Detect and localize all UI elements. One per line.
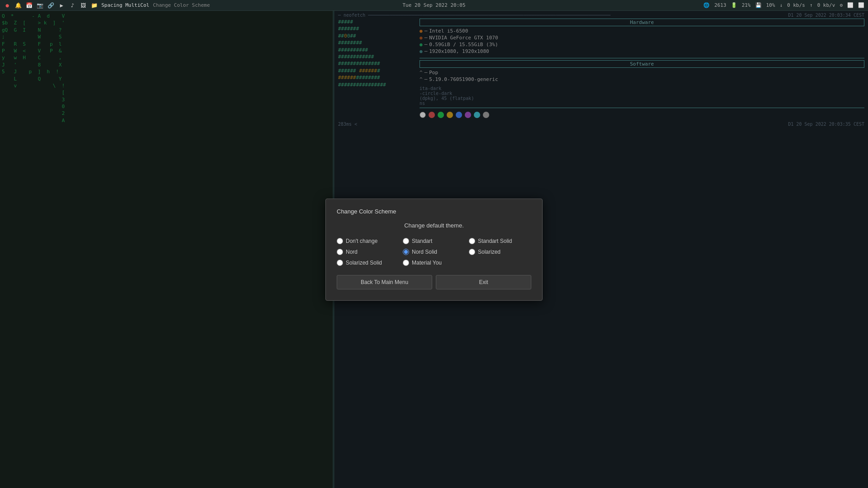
dialog-title: Change Color Scheme — [337, 208, 531, 215]
option-nord[interactable]: Nord — [337, 249, 399, 255]
radio-standart[interactable] — [403, 238, 409, 244]
stat2: 21% — [742, 2, 751, 8]
music-icon: ♪ — [69, 2, 76, 9]
radio-nord[interactable] — [337, 249, 343, 255]
back-to-main-menu-button[interactable]: Back To Main Menu — [337, 275, 432, 289]
network-up-icon: ↑ — [810, 2, 813, 8]
radio-dont-change[interactable] — [337, 238, 343, 244]
option-solarized-solid[interactable]: Solarized Solid — [337, 260, 399, 266]
radio-standart-solid[interactable] — [469, 238, 475, 244]
link-icon: 🔗 — [47, 2, 54, 9]
option-nord-label: Nord — [346, 249, 358, 255]
taskbar-left: ● 🔔 📅 📷 🔗 ▶ ♪ 🖼 📁 Spacing MultiCol Chang… — [4, 2, 210, 9]
option-standart-solid[interactable]: Standart Solid — [469, 238, 531, 244]
option-solarized-label: Solarized — [478, 249, 501, 255]
dialog-overlay: Change Color Scheme Change default theme… — [0, 11, 868, 488]
radio-material-you[interactable] — [403, 260, 409, 266]
stat5: 0 kb/v — [817, 2, 835, 8]
folder-icon: 📁 — [91, 2, 98, 9]
option-standart-label: Standart — [412, 238, 432, 244]
option-solarized[interactable]: Solarized — [469, 249, 531, 255]
app-icon: ● — [4, 2, 11, 9]
exit-button[interactable]: Exit — [436, 275, 531, 289]
tray-icon2: ⬜ — [858, 2, 864, 8]
option-material-you[interactable]: Material You — [403, 260, 465, 266]
network-down-icon: ↓ — [780, 2, 783, 8]
datetime-display: Tue 20 Sep 2022 20:05 — [402, 2, 465, 8]
option-solarized-solid-label: Solarized Solid — [346, 260, 382, 266]
settings-icon[interactable]: ⚙ — [839, 2, 843, 8]
taskbar: ● 🔔 📅 📷 🔗 ▶ ♪ 🖼 📁 Spacing MultiCol Chang… — [0, 0, 868, 11]
option-standart-solid-label: Standart Solid — [478, 238, 512, 244]
camera-icon: 📷 — [36, 2, 43, 9]
option-dont-change-label: Don't change — [346, 238, 377, 244]
dialog-options: Don't change Standart Standart Solid Nor… — [337, 238, 531, 266]
notification-icon: 🔔 — [14, 2, 22, 9]
option-nord-solid[interactable]: Nord Solid — [403, 249, 465, 255]
stat-network-icon: 🌐 — [703, 2, 710, 8]
app-title: Spacing MultiCol — [101, 2, 149, 8]
taskbar-datetime: Tue 20 Sep 2022 20:05 — [402, 2, 465, 8]
media-icon: ▶ — [58, 2, 65, 9]
option-nord-solid-label: Nord Solid — [412, 249, 437, 255]
disk-icon: 💾 — [755, 2, 762, 8]
option-material-you-label: Material You — [412, 260, 442, 266]
battery-icon: 🔋 — [731, 2, 737, 8]
image-icon: 🖼 — [80, 2, 87, 9]
radio-solarized[interactable] — [469, 249, 475, 255]
option-standart[interactable]: Standart — [403, 238, 465, 244]
stat3: 10% — [766, 2, 775, 8]
radio-nord-solid[interactable] — [403, 249, 409, 255]
taskbar-right: 🌐 2613 🔋 21% 💾 10% ↓ 0 kb/s ↑ 0 kb/v ⚙ ⬜… — [703, 2, 864, 8]
stat1: 2613 — [714, 2, 726, 8]
color-scheme-dialog: Change Color Scheme Change default theme… — [325, 199, 543, 301]
tray-icon1: ⬜ — [847, 2, 854, 8]
calendar-icon: 📅 — [25, 2, 33, 9]
stat4: 0 kb/s — [787, 2, 805, 8]
window-title: Change Color Scheme — [153, 2, 210, 8]
dialog-subtitle: Change default theme. — [337, 222, 531, 229]
option-dont-change[interactable]: Don't change — [337, 238, 399, 244]
dialog-buttons: Back To Main Menu Exit — [337, 275, 531, 289]
radio-solarized-solid[interactable] — [337, 260, 343, 266]
